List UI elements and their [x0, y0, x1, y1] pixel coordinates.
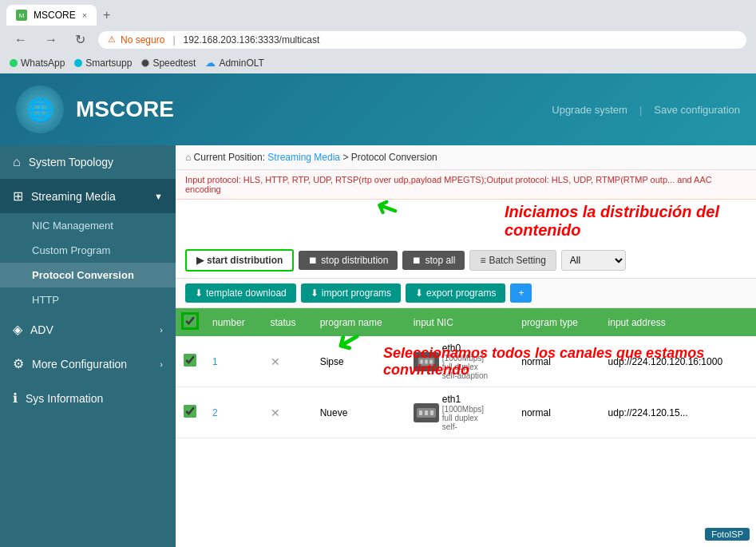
sidebar-item-system-topology[interactable]: ⌂ System Topology — [0, 145, 176, 179]
bookmark-adminolt[interactable]: ☁ AdminOLT — [205, 57, 263, 69]
row1-checkbox[interactable] — [184, 354, 196, 367]
content-area: ⌂ Current Position: Streaming Media > Pr… — [176, 145, 756, 547]
th-status: status — [263, 308, 312, 336]
chevron-down-icon: ▼ — [154, 192, 163, 201]
grid-icon: ⊞ — [13, 188, 23, 204]
toolbar: ▶ start distribution ⏹ stop distribution… — [176, 243, 756, 279]
export-programs-button[interactable]: ⬇ export programs — [406, 283, 505, 303]
annotation-top-area: ➜ Iniciamos la distribución del contenid… — [176, 200, 756, 243]
security-label: No seguro — [121, 34, 164, 46]
nic-icon-1 — [414, 352, 439, 371]
bookmark-whatsapp-label: WhatsApp — [21, 57, 65, 69]
row1-number-link[interactable]: 1 — [212, 356, 218, 367]
gear-icon: ⚙ — [13, 356, 24, 371]
sidebar-item-more-config[interactable]: ⚙ More Configuration › — [0, 347, 176, 381]
whatsapp-icon — [10, 59, 18, 67]
active-tab[interactable]: M MSCORE × — [6, 5, 97, 26]
row1-program-type: normal — [513, 336, 600, 387]
stop-all-button[interactable]: ⏹ stop all — [402, 251, 465, 270]
upgrade-system-link[interactable]: Upgrade system — [552, 104, 627, 116]
sidebar-label-streaming-media: Streaming Media — [31, 190, 116, 203]
sidebar-label-sys-information: Sys Information — [26, 392, 103, 405]
row2-number-link[interactable]: 2 — [212, 407, 218, 418]
breadcrumb-home-icon: ⌂ — [185, 152, 191, 163]
add-button[interactable]: + — [510, 283, 532, 303]
download-icon-3: ⬇ — [415, 287, 423, 299]
batch-select[interactable]: All Selected — [561, 250, 626, 271]
annotation-top-text: Iniciamos la distribución del contenido — [505, 203, 719, 239]
svg-rect-6 — [425, 410, 428, 415]
breadcrumb-streaming[interactable]: Streaming Media — [267, 152, 340, 163]
back-button[interactable]: ← — [10, 31, 32, 49]
batch-setting-button[interactable]: ≡ Batch Setting — [469, 250, 556, 271]
address-text: 192.168.203.136:3333/multicast — [184, 34, 320, 46]
th-program-name: program name — [312, 308, 406, 336]
breadcrumb: ⌂ Current Position: Streaming Media > Pr… — [176, 145, 756, 170]
sidebar-item-adv[interactable]: ◈ ADV › — [0, 312, 176, 347]
sidebar-sub-custom-program[interactable]: Custom Program — [0, 238, 176, 263]
start-label: start distribution — [207, 255, 283, 266]
home-icon: ⌂ — [13, 155, 21, 169]
row2-program-type: normal — [513, 387, 600, 438]
reload-button[interactable]: ↻ — [70, 30, 90, 49]
speedtest-icon — [141, 59, 149, 67]
info-icon: ℹ — [13, 390, 18, 406]
stop-all-label: stop all — [425, 255, 455, 266]
select-all-checkbox[interactable] — [184, 315, 196, 327]
bookmark-smartsupp-label: Smartsupp — [85, 57, 132, 69]
bookmark-whatsapp[interactable]: WhatsApp — [10, 57, 65, 69]
row2-number: 2 — [204, 387, 263, 438]
row2-nic-name: eth1 — [442, 394, 484, 405]
stop-icon: ⏹ — [308, 255, 318, 266]
bookmarks-bar: WhatsApp Smartsupp Speedtest ☁ AdminOLT — [0, 54, 756, 73]
security-warning-icon: ⚠ — [108, 34, 116, 45]
table-row: 1 ✕ Sipse eth0 [1000Mb — [176, 336, 756, 387]
import-programs-button[interactable]: ⬇ import programs — [301, 283, 401, 303]
secondary-toolbar: ⬇ template download ⬇ import programs ⬇ … — [176, 279, 756, 308]
bookmark-speedtest[interactable]: Speedtest — [141, 57, 196, 69]
forward-button[interactable]: → — [40, 31, 62, 49]
save-configuration-link[interactable]: Save configuration — [654, 104, 740, 116]
sidebar-sub-protocol-label: Protocol Conversion — [32, 269, 134, 281]
programs-table: number status program name input NIC pro… — [176, 308, 756, 438]
main-layout: ⌂ System Topology ⊞ Streaming Media ▼ NI… — [0, 145, 756, 547]
th-checkbox — [176, 308, 204, 336]
svg-rect-1 — [420, 359, 422, 363]
smartsupp-icon — [74, 59, 82, 67]
row2-nic-detail: [1000Mbps]full duplexself- — [442, 405, 484, 431]
address-input[interactable]: ⚠ No seguro | 192.168.203.136:3333/multi… — [98, 31, 746, 49]
start-distribution-button[interactable]: ▶ start distribution — [185, 249, 294, 272]
table-container: number status program name input NIC pro… — [176, 308, 756, 438]
row1-number: 1 — [204, 336, 263, 387]
download-icon-2: ⬇ — [311, 287, 319, 299]
app-title: MSCORE — [76, 97, 174, 122]
start-icon: ▶ — [196, 255, 204, 266]
tab-bar: M MSCORE × + — [0, 0, 756, 26]
sidebar-sub-http[interactable]: HTTP — [0, 287, 176, 312]
row1-nic-detail: [1000Mbps]full duplexself-adaption — [442, 354, 488, 380]
row2-checkbox[interactable] — [184, 405, 196, 418]
th-program-type: program type — [513, 308, 600, 336]
new-tab-button[interactable]: + — [97, 5, 117, 26]
breadcrumb-prefix: Current Position: — [194, 152, 268, 163]
bookmark-smartsupp[interactable]: Smartsupp — [74, 57, 132, 69]
sidebar-item-streaming-media[interactable]: ⊞ Streaming Media ▼ — [0, 179, 176, 213]
template-download-button[interactable]: ⬇ template download — [185, 283, 296, 303]
sidebar-sub-protocol-conversion[interactable]: Protocol Conversion — [0, 263, 176, 287]
download-icon-1: ⬇ — [195, 287, 203, 299]
sidebar-sub-http-label: HTTP — [32, 294, 59, 306]
bookmark-adminolt-label: AdminOLT — [219, 57, 263, 69]
app-header: 🌐 MSCORE Upgrade system | Save configura… — [0, 73, 756, 145]
sidebar-sub-nic-label: NIC Management — [32, 220, 113, 232]
sidebar-sub-nic-management[interactable]: NIC Management — [0, 213, 176, 238]
chevron-right-icon-adv: › — [160, 325, 163, 335]
watermark: FotoISP — [705, 528, 750, 541]
row1-check-cell — [176, 336, 204, 387]
sidebar-item-sys-information[interactable]: ℹ Sys Information — [0, 381, 176, 415]
tab-close-btn[interactable]: × — [82, 10, 87, 20]
row1-input-address: udp://224.120.120.16:1000 — [600, 336, 756, 387]
adminolt-icon: ☁ — [205, 57, 216, 69]
row2-nic: eth1 [1000Mbps]full duplexself- — [406, 387, 513, 438]
row2-check-cell — [176, 387, 204, 438]
stop-distribution-button[interactable]: ⏹ stop distribution — [299, 251, 398, 270]
